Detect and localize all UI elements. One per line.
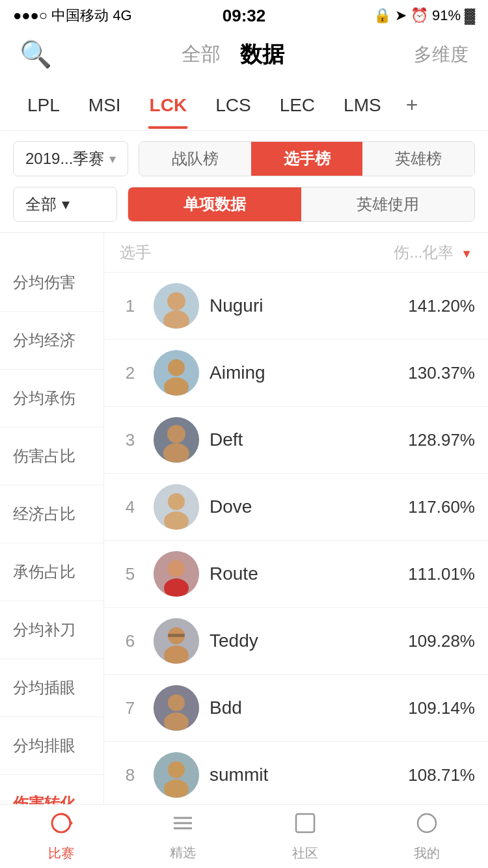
category-arrow-icon: ▾ [62, 195, 70, 213]
league-tab-lms[interactable]: LMS [329, 82, 396, 129]
player-avatar-teddy [154, 618, 199, 664]
svg-point-37 [418, 814, 436, 832]
table-row: 4 Dove 117.60% [104, 474, 488, 541]
season-label: 2019...季赛 [25, 148, 104, 169]
nav-item-community[interactable]: 社区 [244, 804, 366, 869]
status-right: 🔒 ➤ ⏰ 91% ▓ [373, 7, 475, 24]
profile-label: 我的 [414, 845, 440, 862]
player-rank-5: 5 [117, 564, 143, 584]
nav-item-featured[interactable]: 精选 [122, 804, 245, 868]
season-arrow-icon: ▾ [109, 151, 116, 167]
player-stat-route: 111.01% [408, 564, 475, 584]
team-ranking-tab[interactable]: 战队榜 [139, 142, 251, 176]
featured-icon [171, 811, 195, 840]
community-icon [293, 811, 317, 841]
data-type-tabs: 单项数据 英雄使用 [128, 187, 475, 222]
svg-point-4 [168, 359, 185, 376]
bottom-nav: 比赛 精选 社区 我的 [0, 804, 488, 868]
player-stat-aiming: 130.37% [408, 363, 475, 383]
league-tab-lec[interactable]: LEC [265, 82, 329, 129]
sidebar-item-avg-damage[interactable]: 分均伤害 [0, 254, 103, 312]
network-type: 4G [113, 7, 131, 24]
location-icon: ➤ [395, 7, 407, 24]
sidebar-item-taken-share[interactable]: 承伤占比 [0, 543, 103, 601]
status-time: 09:32 [223, 6, 266, 26]
table-row: 6 Teddy 109.28% [104, 608, 488, 675]
player-name-bdd[interactable]: Bdd [210, 698, 408, 718]
hero-ranking-tab[interactable]: 英雄榜 [362, 142, 474, 176]
player-name-deft[interactable]: Deft [210, 429, 408, 450]
svg-marker-32 [70, 821, 73, 826]
sidebar-item-damage-share[interactable]: 伤害占比 [0, 427, 103, 485]
match-label: 比赛 [48, 845, 74, 862]
player-rank-8: 8 [117, 765, 143, 785]
player-rank-6: 6 [117, 631, 143, 651]
sort-indicator-icon[interactable]: ▼ [461, 247, 472, 260]
status-left: ●●●○ 中国移动 4G [13, 6, 132, 25]
nav-item-match[interactable]: 比赛 [0, 804, 122, 869]
player-stat-summit: 108.71% [408, 765, 475, 785]
player-avatar-bdd [154, 685, 199, 731]
player-avatar-dove [154, 484, 199, 530]
player-stat-deft: 128.97% [408, 430, 475, 450]
stat-column-header: 伤...化率 ▼ [394, 242, 472, 263]
add-league-button[interactable]: + [396, 80, 429, 130]
sidebar-item-avg-control[interactable]: 分均排眼 [0, 717, 103, 775]
league-tab-lck[interactable]: LCK [135, 82, 202, 129]
sidebar-item-avg-economy[interactable]: 分均经济 [0, 312, 103, 370]
table-row: 2 Aiming 130.37% [104, 340, 488, 407]
player-name-route[interactable]: Route [210, 563, 408, 584]
match-icon [49, 811, 73, 841]
nav-item-profile[interactable]: 我的 [366, 804, 489, 869]
table-header: 选手 伤...化率 ▼ [104, 233, 488, 273]
hero-usage-tab[interactable]: 英雄使用 [301, 187, 474, 221]
svg-point-10 [168, 493, 185, 510]
player-stat-teddy: 109.28% [408, 631, 475, 651]
sidebar-item-economy-share[interactable]: 经济占比 [0, 485, 103, 543]
league-tab-lpl[interactable]: LPL [13, 82, 74, 129]
main-content: 分均伤害 分均经济 分均承伤 伤害占比 经济占比 承伤占比 分均补刀 分均插眼 … [0, 233, 488, 868]
filter-row-2: 全部 ▾ 单项数据 英雄使用 [0, 187, 488, 232]
player-name-aiming[interactable]: Aiming [210, 362, 408, 383]
player-avatar-nuguri [154, 283, 199, 329]
content-wrapper: 分均伤害 分均经济 分均承伤 伤害占比 经济占比 承伤占比 分均补刀 分均插眼 … [0, 233, 488, 868]
single-data-tab[interactable]: 单项数据 [128, 187, 301, 221]
search-icon[interactable]: 🔍 [20, 39, 52, 70]
sidebar-header [0, 233, 103, 254]
ranking-tabs: 战队榜 选手榜 英雄榜 [139, 141, 475, 176]
sidebar-item-avg-cs[interactable]: 分均补刀 [0, 601, 103, 659]
league-tab-lcs[interactable]: LCS [201, 82, 265, 129]
svg-point-13 [168, 560, 185, 577]
player-name-nuguri[interactable]: Nuguri [210, 295, 408, 316]
header-tab-all[interactable]: 全部 [182, 41, 221, 68]
right-content: 选手 伤...化率 ▼ 1 Nuguri 141.20% [104, 233, 488, 868]
sidebar-item-avg-taken[interactable]: 分均承伤 [0, 370, 103, 427]
signal-dots: ●●●○ [13, 7, 47, 24]
multi-dimension-button[interactable]: 多维度 [414, 42, 468, 67]
table-row: 7 Bdd 109.14% [104, 675, 488, 742]
category-select[interactable]: 全部 ▾ [13, 187, 117, 222]
sidebar-item-avg-ward[interactable]: 分均插眼 [0, 659, 103, 717]
player-ranking-tab[interactable]: 选手榜 [251, 142, 363, 176]
header-tab-data[interactable]: 数据 [240, 40, 284, 70]
player-rank-3: 3 [117, 430, 143, 450]
league-tab-msi[interactable]: MSI [74, 82, 135, 129]
battery-bar: ▓ [465, 7, 475, 24]
player-name-dove[interactable]: Dove [210, 496, 408, 517]
player-stat-dove: 117.60% [408, 497, 475, 517]
svg-rect-36 [296, 814, 314, 832]
player-name-summit[interactable]: summit [210, 765, 408, 785]
alarm-icon: ⏰ [411, 7, 428, 24]
table-row: 5 Route 111.01% [104, 541, 488, 608]
season-select[interactable]: 2019...季赛 ▾ [13, 141, 128, 176]
svg-rect-18 [168, 634, 185, 637]
battery-icon: 🔒 [373, 7, 391, 24]
header: 🔍 全部 数据 多维度 [0, 29, 488, 80]
player-name-teddy[interactable]: Teddy [210, 631, 408, 651]
player-rank-1: 1 [117, 296, 143, 316]
player-rank-2: 2 [117, 363, 143, 383]
table-row: 1 Nuguri 141.20% [104, 273, 488, 340]
category-label: 全部 [25, 194, 57, 215]
player-column-header: 选手 [120, 242, 151, 263]
table-row: 3 Deft 128.97% [104, 407, 488, 474]
